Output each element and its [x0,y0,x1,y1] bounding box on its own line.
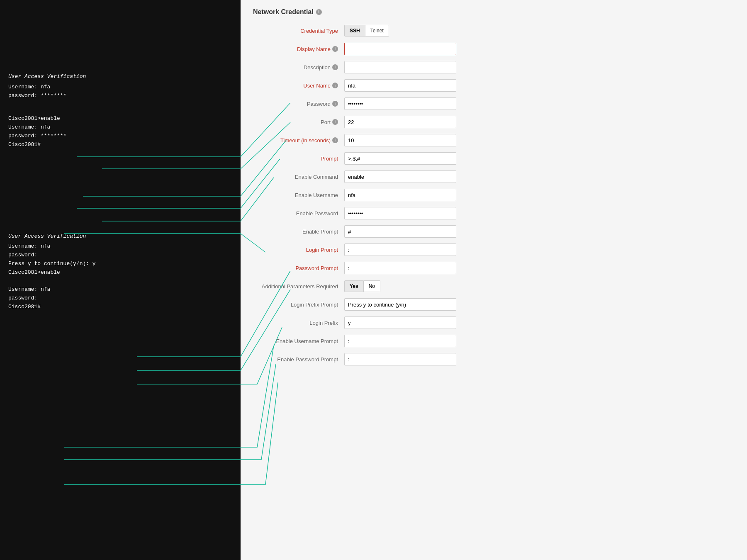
port-row: Port i [253,115,735,129]
form-title-text: Network Credential [253,8,314,16]
password-row: Password i [253,97,735,110]
terminal-prompt-2: Cisco2081# [8,303,232,312]
user-name-label: User Name i [253,83,344,89]
enable-username-input[interactable] [344,189,456,201]
password-input[interactable] [344,97,456,110]
login-prompt-label: Login Prompt [253,247,344,253]
terminal-password-2: password: ******** [8,132,232,141]
enable-username-prompt-label: Enable Username Prompt [253,338,344,344]
form-panel: Network Credential i Credential Type SSH… [241,0,747,560]
display-name-info-icon[interactable]: i [332,46,338,52]
password-prompt-row: Password Prompt [253,261,735,275]
enable-command-input[interactable] [344,170,456,183]
enable-password-prompt-row: Enable Password Prompt [253,353,735,366]
terminal-password-3: password: [8,251,232,260]
terminal-prompt-1: Cisco2081# [8,141,232,149]
page-wrapper: User Access Verification Username: nfa p… [0,0,747,560]
enable-password-row: Enable Password [253,207,735,220]
port-label: Port i [253,119,344,125]
terminal-username-4: Username: nfa [8,285,232,294]
additional-params-label: Additional Parameters Required [253,283,344,290]
port-info-icon[interactable]: i [332,119,338,125]
enable-username-prompt-row: Enable Username Prompt [253,334,735,348]
description-input[interactable] [344,61,456,73]
description-info-icon[interactable]: i [332,64,338,70]
prompt-input[interactable] [344,152,456,165]
enable-username-prompt-input[interactable] [344,335,456,347]
title-info-icon[interactable]: i [316,9,322,15]
description-label: Description i [253,64,344,71]
password-prompt-label: Password Prompt [253,265,344,271]
terminal-enable-2: Cisco2081>enable [8,268,232,277]
enable-password-input[interactable] [344,207,456,219]
credential-type-toggle: SSH Telnet [344,25,389,37]
user-name-row: User Name i [253,79,735,92]
credential-type-label: Credential Type [253,28,344,34]
password-label: Password i [253,101,344,107]
no-button[interactable]: No [364,280,380,292]
terminal-header-2: User Access Verification [8,232,232,241]
enable-username-label: Enable Username [253,192,344,198]
timeout-info-icon[interactable]: i [332,137,338,143]
terminal-press-y: Press y to continue(y/n): y [8,260,232,268]
port-input[interactable] [344,116,456,128]
yes-button[interactable]: Yes [344,280,364,292]
timeout-input[interactable] [344,134,456,146]
enable-password-prompt-label: Enable Password Prompt [253,356,344,363]
password-info-icon[interactable]: i [332,101,338,107]
prompt-label: Prompt [253,156,344,162]
password-prompt-input[interactable] [344,262,456,274]
login-prompt-input[interactable] [344,243,456,256]
display-name-input[interactable] [344,43,456,55]
login-prompt-row: Login Prompt [253,243,735,256]
terminal-enable-1: Cisco2081>enable [8,114,232,123]
terminal-empty [8,277,232,286]
terminal-username-2: Username: nfa [8,123,232,132]
enable-prompt-row: Enable Prompt [253,225,735,238]
timeout-row: Timeout (in seconds) i [253,134,735,147]
terminal-password-1: password: ******** [8,92,232,100]
enable-username-row: Enable Username [253,188,735,202]
ssh-button[interactable]: SSH [344,25,365,37]
terminal-section-2: Cisco2081>enable Username: nfa password:… [8,114,232,149]
timeout-label: Timeout (in seconds) i [253,137,344,144]
login-prefix-prompt-row: Login Prefix Prompt [253,298,735,311]
terminal-username-1: Username: nfa [8,83,232,92]
terminal-password-4: password: [8,294,232,303]
telnet-button[interactable]: Telnet [365,25,389,37]
credential-type-row: Credential Type SSH Telnet [253,24,735,37]
display-name-label: Display Name i [253,46,344,52]
user-name-info-icon[interactable]: i [332,83,338,88]
description-row: Description i [253,61,735,74]
terminal-section-1: User Access Verification Username: nfa p… [8,73,232,100]
additional-params-toggle: Yes No [344,280,380,292]
enable-command-label: Enable Command [253,174,344,180]
terminal-section-3: User Access Verification Username: nfa p… [8,232,232,312]
login-prefix-input[interactable] [344,317,456,329]
login-prefix-row: Login Prefix [253,316,735,329]
terminal-username-3: Username: nfa [8,242,232,251]
prompt-row: Prompt [253,152,735,165]
form-title: Network Credential i [253,8,735,16]
login-prefix-prompt-label: Login Prefix Prompt [253,302,344,308]
display-name-row: Display Name i [253,42,735,56]
enable-prompt-input[interactable] [344,225,456,238]
enable-password-prompt-input[interactable] [344,353,456,365]
additional-params-row: Additional Parameters Required Yes No [253,280,735,293]
user-name-input[interactable] [344,79,456,92]
login-prefix-label: Login Prefix [253,320,344,326]
enable-command-row: Enable Command [253,170,735,183]
terminal-header-1: User Access Verification [8,73,232,81]
login-prefix-prompt-input[interactable] [344,298,456,311]
terminal-panel: User Access Verification Username: nfa p… [0,0,241,560]
enable-password-label: Enable Password [253,210,344,217]
enable-prompt-label: Enable Prompt [253,229,344,235]
